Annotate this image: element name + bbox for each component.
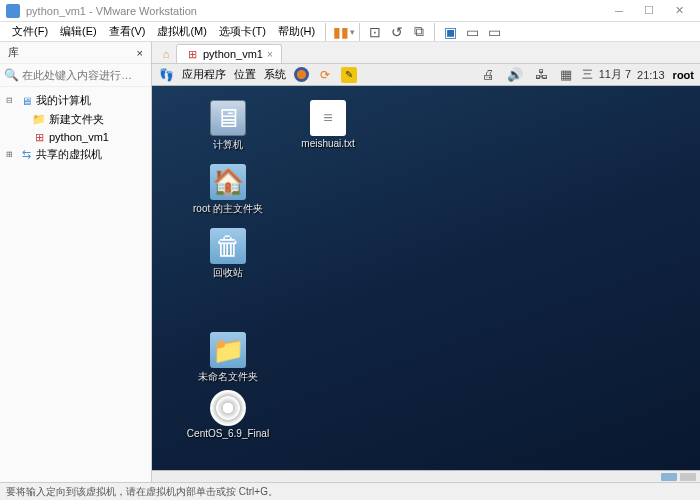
library-title: 库	[8, 45, 19, 60]
textfile-icon: ≡	[310, 100, 346, 136]
vm-icon: ⊞	[185, 48, 199, 60]
home-folder-icon: 🏠	[210, 164, 246, 200]
window-titlebar: python_vm1 - VMware Workstation ─ ☐ ✕	[0, 0, 700, 22]
guest-menu-system[interactable]: 系统	[264, 67, 286, 82]
folder-icon: 📁	[32, 114, 46, 126]
menu-vm[interactable]: 虚拟机(M)	[151, 24, 213, 39]
guest-top-panel: 👣 应用程序 位置 系统 ⟳ ✎ 🖨 🔊 🖧 ▦ 三 11月 7 21:13 r…	[152, 64, 700, 86]
maximize-button[interactable]: ☐	[634, 1, 664, 21]
menubar: 文件(F) 编辑(E) 查看(V) 虚拟机(M) 选项卡(T) 帮助(H) ▮▮…	[0, 22, 700, 42]
revert-button[interactable]: ↺	[386, 21, 408, 43]
tree-label: 共享的虚拟机	[36, 147, 102, 162]
menu-help[interactable]: 帮助(H)	[272, 24, 321, 39]
tree-label: 新建文件夹	[49, 112, 104, 127]
menu-edit[interactable]: 编辑(E)	[54, 24, 103, 39]
desktop-icon-dvd[interactable]: CentOS_6.9_Final	[188, 390, 268, 439]
clock-date: 11月 7	[599, 67, 631, 82]
tree-folder[interactable]: 📁 新建文件夹	[2, 110, 149, 129]
fullscreen-button[interactable]: ▣	[439, 21, 461, 43]
notes-icon[interactable]: ✎	[341, 67, 357, 83]
clock-weekday: 三	[582, 67, 593, 82]
clock-time: 21:13	[637, 69, 665, 81]
vm-panel: ⌂ ⊞ python_vm1 × 👣 应用程序 位置 系统 ⟳ ✎ 🖨 🔊 🖧 …	[152, 42, 700, 482]
menu-tabs[interactable]: 选项卡(T)	[213, 24, 272, 39]
tree-vm-python[interactable]: ⊞ python_vm1	[2, 129, 149, 145]
library-close-icon[interactable]: ×	[137, 47, 143, 59]
library-sidebar: 库 × 🔍 ▾ ⊟ 🖥 我的计算机 📁 新建文件夹 ⊞ python_vm1	[0, 42, 152, 482]
tree-label: python_vm1	[49, 131, 109, 143]
desktop-icon-computer[interactable]: 🖥 计算机	[188, 100, 268, 152]
snapshot-button[interactable]: ⊡	[364, 21, 386, 43]
search-icon: 🔍	[4, 68, 19, 82]
icon-label: 未命名文件夹	[198, 370, 258, 384]
tab-vm[interactable]: ⊞ python_vm1 ×	[176, 44, 282, 63]
clock[interactable]: 三 11月 7 21:13	[582, 67, 665, 82]
window-title: python_vm1 - VMware Workstation	[26, 5, 604, 17]
monitor-icon: 🖥	[210, 100, 246, 136]
icon-label: 计算机	[213, 138, 243, 152]
menu-view[interactable]: 查看(V)	[103, 24, 152, 39]
update-icon[interactable]: ⟳	[317, 67, 333, 83]
computer-icon: 🖥	[19, 95, 33, 107]
power-dropdown-icon[interactable]: ▾	[350, 27, 355, 37]
guest-menu-apps[interactable]: 应用程序	[182, 67, 226, 82]
guest-bottom-panel	[152, 470, 700, 482]
icon-label: root 的主文件夹	[193, 202, 263, 216]
workspace-1[interactable]	[661, 473, 677, 481]
home-icon: ⌂	[163, 48, 170, 60]
tab-close-icon[interactable]: ×	[267, 49, 273, 60]
suspend-button[interactable]: ▮▮	[330, 21, 352, 43]
shared-icon: ⇆	[19, 149, 33, 161]
library-search: 🔍 ▾	[0, 64, 151, 87]
status-text: 要将输入定向到该虚拟机，请在虚拟机内部单击或按 Ctrl+G。	[6, 485, 278, 499]
network-icon[interactable]: 🖧	[535, 67, 548, 82]
icon-label: CentOS_6.9_Final	[187, 428, 269, 439]
minimize-button[interactable]: ─	[604, 1, 634, 21]
tab-home[interactable]: ⌂	[156, 45, 176, 63]
icon-label: 回收站	[213, 266, 243, 280]
workspace-2[interactable]	[680, 473, 696, 481]
main-area: 库 × 🔍 ▾ ⊟ 🖥 我的计算机 📁 新建文件夹 ⊞ python_vm1	[0, 42, 700, 482]
user-menu[interactable]: root	[673, 69, 694, 81]
collapse-icon[interactable]: ⊟	[6, 96, 16, 105]
tab-label: python_vm1	[203, 48, 263, 60]
vmware-logo-icon	[6, 4, 20, 18]
desktop-icon-trash[interactable]: 🗑 回收站	[188, 228, 268, 280]
printer-icon[interactable]: 🖨	[482, 67, 495, 82]
desktop-icon-textfile[interactable]: ≡ meishuai.txt	[288, 100, 368, 149]
dvd-icon	[210, 390, 246, 426]
tree-my-computer[interactable]: ⊟ 🖥 我的计算机	[2, 91, 149, 110]
volume-icon[interactable]: 🔊	[507, 67, 523, 82]
icon-label: meishuai.txt	[301, 138, 354, 149]
expand-icon[interactable]: ⊞	[6, 150, 16, 159]
console-view-button[interactable]: ▭	[483, 21, 505, 43]
trash-icon: 🗑	[210, 228, 246, 264]
tree-shared-vms[interactable]: ⊞ ⇆ 共享的虚拟机	[2, 145, 149, 164]
guest-menu-places[interactable]: 位置	[234, 67, 256, 82]
vm-icon: ⊞	[32, 131, 46, 143]
unity-button[interactable]: ▭	[461, 21, 483, 43]
firefox-icon[interactable]	[294, 67, 309, 82]
statusbar: 要将输入定向到该虚拟机，请在虚拟机内部单击或按 Ctrl+G。	[0, 482, 700, 500]
desktop-icon-folder[interactable]: 📁 未命名文件夹	[188, 332, 268, 384]
folder-icon: 📁	[210, 332, 246, 368]
library-header: 库 ×	[0, 42, 151, 64]
library-tree: ⊟ 🖥 我的计算机 📁 新建文件夹 ⊞ python_vm1 ⊞ ⇆ 共享的虚拟…	[0, 87, 151, 482]
vmware-tools-icon[interactable]: ▦	[560, 67, 572, 82]
tree-label: 我的计算机	[36, 93, 91, 108]
gnome-foot-icon[interactable]: 👣	[158, 67, 174, 83]
library-search-input[interactable]	[22, 69, 160, 81]
close-button[interactable]: ✕	[664, 1, 694, 21]
snapshot-mgr-button[interactable]: ⧉	[408, 21, 430, 43]
guest-desktop[interactable]: 🖥 计算机 ≡ meishuai.txt 🏠 root 的主文件夹 🗑 回收站 …	[152, 86, 700, 470]
menu-file[interactable]: 文件(F)	[6, 24, 54, 39]
desktop-icon-home[interactable]: 🏠 root 的主文件夹	[188, 164, 268, 216]
tab-row: ⌂ ⊞ python_vm1 ×	[152, 42, 700, 64]
